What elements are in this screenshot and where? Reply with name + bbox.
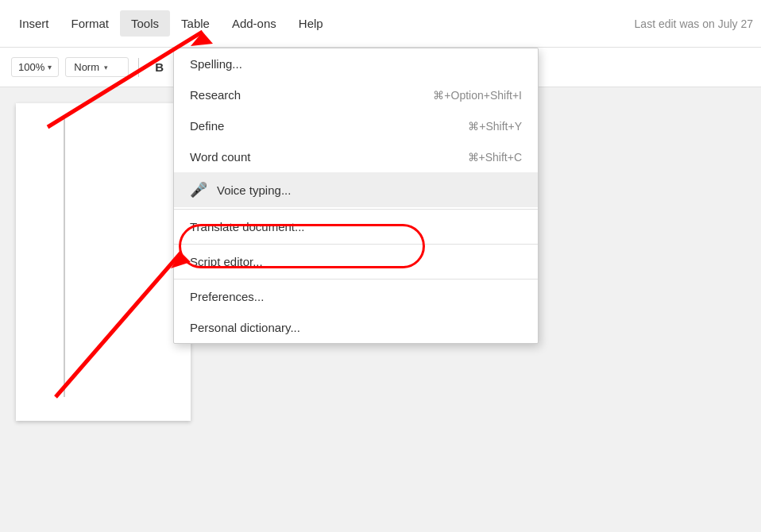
menu-item-define[interactable]: Define ⌘+Shift+Y <box>174 110 538 141</box>
menu-help[interactable]: Help <box>288 10 334 37</box>
zoom-control[interactable]: 100% ▾ <box>11 57 59 77</box>
style-dropdown[interactable]: Norm ▾ <box>65 57 129 77</box>
translate-label: Translate document... <box>190 220 305 233</box>
personal-dictionary-label: Personal dictionary... <box>190 321 300 334</box>
menu-insert[interactable]: Insert <box>8 10 60 37</box>
document-page <box>16 103 191 421</box>
last-edit-text: Last edit was on July 27 <box>635 17 753 30</box>
menu-item-preferences[interactable]: Preferences... <box>174 281 538 312</box>
mic-icon: 🎤 <box>190 181 207 199</box>
style-value: Norm <box>74 61 99 73</box>
preferences-label: Preferences... <box>190 290 264 303</box>
menu-addons[interactable]: Add-ons <box>221 10 288 37</box>
zoom-value: 100% <box>18 61 44 73</box>
menu-item-word-count[interactable]: Word count ⌘+Shift+C <box>174 141 538 172</box>
tools-dropdown-menu: Spelling... Research ⌘+Option+Shift+I De… <box>173 48 539 344</box>
menu-table[interactable]: Table <box>170 10 221 37</box>
define-label: Define <box>190 119 224 133</box>
menu-item-voice-typing[interactable]: 🎤 Voice typing... <box>174 172 538 207</box>
bold-button[interactable]: B <box>149 57 170 77</box>
menu-item-translate[interactable]: Translate document... <box>174 211 538 242</box>
toolbar-separator-1 <box>138 58 139 77</box>
word-count-shortcut: ⌘+Shift+C <box>468 151 522 164</box>
voice-typing-label: Voice typing... <box>217 183 291 197</box>
separator-1 <box>174 209 538 210</box>
zoom-arrow-icon: ▾ <box>48 63 52 71</box>
style-arrow-icon: ▾ <box>104 64 108 71</box>
research-label: Research <box>190 88 241 102</box>
script-editor-label: Script editor... <box>190 255 263 268</box>
menu-item-research[interactable]: Research ⌘+Option+Shift+I <box>174 79 538 110</box>
separator-2 <box>174 244 538 245</box>
spelling-label: Spelling... <box>190 57 242 71</box>
menu-tools[interactable]: Tools <box>120 10 170 37</box>
menu-item-personal-dictionary[interactable]: Personal dictionary... <box>174 312 538 343</box>
separator-3 <box>174 279 538 279</box>
menubar: Insert Format Tools Table Add-ons Help L… <box>0 0 761 48</box>
menu-item-script-editor[interactable]: Script editor... <box>174 246 538 277</box>
research-shortcut: ⌘+Option+Shift+I <box>433 89 522 102</box>
menu-item-spelling[interactable]: Spelling... <box>174 48 538 79</box>
ruler-line <box>64 119 65 397</box>
define-shortcut: ⌘+Shift+Y <box>468 120 522 133</box>
word-count-label: Word count <box>190 150 250 164</box>
menu-format[interactable]: Format <box>60 10 121 37</box>
